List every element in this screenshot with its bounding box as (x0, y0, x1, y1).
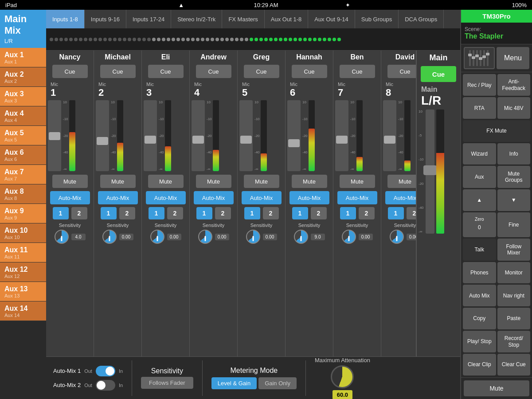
tab-inputs-9-16[interactable]: Inputs 9-16 (85, 10, 126, 28)
right-btn-mute-groups[interactable]: Mute Groups (497, 166, 531, 188)
channel-mute-button[interactable]: Mute (148, 175, 184, 188)
channel-mute-button[interactable]: Mute (340, 175, 375, 188)
sidebar-item-aux4[interactable]: Aux 4Aux 4 (0, 106, 46, 126)
gain-only-button[interactable]: Gain Only (258, 377, 297, 389)
sidebar-item-aux10[interactable]: Aux 10Aux 10 (0, 223, 46, 243)
right-btn-paste[interactable]: Paste (497, 308, 531, 329)
right-btn-record--stop[interactable]: Record/ Stop (497, 331, 531, 352)
channel-bus1-button[interactable]: 1 (149, 207, 164, 219)
right-btn-nav-right[interactable]: Nav right (497, 285, 531, 306)
channel-bus1-button[interactable]: 1 (292, 207, 308, 219)
mixer-icon-button[interactable] (464, 47, 495, 69)
channel-automix-button[interactable]: Auto-Mix (242, 191, 282, 204)
channel-mute-button[interactable]: Mute (387, 175, 416, 188)
sidebar-item-aux7[interactable]: Aux 7Aux 7 (0, 165, 46, 184)
channel-fader-track[interactable] (335, 100, 348, 171)
tab-inputs-1-8[interactable]: Inputs 1-8 (46, 10, 85, 28)
channel-fader-handle[interactable] (145, 136, 156, 144)
follows-fader-button[interactable]: Follows Fader (141, 377, 193, 389)
right-btn-info[interactable]: Info (497, 143, 531, 165)
tab-fx-masters[interactable]: FX Masters (222, 10, 264, 28)
automix1-toggle[interactable] (96, 366, 115, 376)
channel-bus2-button[interactable]: 2 (215, 207, 231, 219)
tab-inputs-17-24[interactable]: Inputs 17-24 (126, 10, 171, 28)
channel-bus1-button[interactable]: 1 (53, 207, 69, 219)
tab-sub-groups[interactable]: Sub Groups (355, 10, 399, 28)
channel-cue-button[interactable]: Cue (340, 65, 375, 78)
main-mix-button[interactable]: Main Mix L/R (0, 10, 46, 48)
channel-cue-button[interactable]: Cue (387, 65, 416, 78)
channel-bus1-button[interactable]: 1 (388, 207, 404, 219)
channel-cue-button[interactable]: Cue (244, 65, 279, 78)
channel-automix-button[interactable]: Auto-Mix (98, 191, 138, 204)
channel-fader-handle[interactable] (97, 137, 108, 145)
channel-bus1-button[interactable]: 1 (244, 207, 260, 219)
right-btn-clear-cue[interactable]: Clear Cue (497, 354, 531, 376)
channel-bus2-button[interactable]: 2 (71, 207, 87, 219)
channel-automix-button[interactable]: Auto-Mix (289, 191, 329, 204)
channel-fader-track[interactable] (96, 100, 109, 171)
level-gain-button[interactable]: Level & Gain (211, 377, 257, 389)
tab-aux-out-1-8[interactable]: Aux Out 1-8 (265, 10, 308, 28)
sidebar-item-aux2[interactable]: Aux 2Aux 2 (0, 67, 46, 87)
right-btn-fx-mute[interactable]: FX Mute (463, 120, 530, 142)
tm30-header[interactable]: TM30Pro (461, 10, 532, 23)
channel-sensitivity-knob[interactable] (294, 230, 308, 244)
channel-bus1-button[interactable]: 1 (340, 207, 356, 219)
right-btn-follow-mixer[interactable]: Follow Mixer (497, 239, 531, 260)
menu-button[interactable]: Menu (497, 47, 529, 69)
channel-fader-handle[interactable] (192, 136, 204, 144)
channel-fader-track[interactable] (144, 100, 157, 171)
channel-fader-track[interactable] (192, 100, 205, 171)
channel-bus2-button[interactable]: 2 (311, 207, 327, 219)
sidebar-item-aux9[interactable]: Aux 9Aux 9 (0, 204, 46, 223)
sidebar-item-aux12[interactable]: Aux 12Aux 12 (0, 262, 46, 282)
main-fader-track[interactable] (426, 110, 434, 234)
channel-fader-handle[interactable] (336, 136, 348, 144)
channel-mute-button[interactable]: Mute (100, 175, 136, 188)
channel-sensitivity-knob[interactable] (55, 230, 69, 244)
channel-fader-track[interactable] (287, 100, 301, 171)
max-attenuation-knob[interactable] (331, 365, 354, 388)
channel-sensitivity-knob[interactable] (198, 230, 212, 244)
sidebar-item-aux8[interactable]: Aux 8Aux 8 (0, 184, 46, 204)
right-btn-clear-clip[interactable]: Clear Clip (463, 354, 496, 376)
channel-fader-track[interactable] (239, 100, 253, 171)
right-btn-monitor[interactable]: Monitor (497, 262, 531, 284)
sidebar-item-aux6[interactable]: Aux 6Aux 6 (0, 145, 46, 165)
channel-automix-button[interactable]: Auto-Mix (146, 191, 186, 204)
right-btn-copy[interactable]: Copy (463, 308, 496, 329)
automix2-toggle[interactable] (96, 380, 115, 391)
channel-automix-button[interactable]: Auto-Mix (337, 191, 377, 204)
tab-aux-out-9-14[interactable]: Aux Out 9-14 (308, 10, 355, 28)
channel-sensitivity-knob[interactable] (390, 230, 404, 244)
channel-mute-button[interactable]: Mute (244, 175, 279, 188)
main-cue-button[interactable]: Cue (421, 66, 456, 82)
sidebar-item-aux13[interactable]: Aux 13Aux 13 (0, 282, 46, 301)
channel-cue-button[interactable]: Cue (196, 65, 231, 78)
channel-fader-handle[interactable] (384, 136, 395, 144)
scene-name[interactable]: The Stapler (465, 32, 528, 40)
channel-bus2-button[interactable]: 2 (119, 207, 135, 219)
channel-bus1-button[interactable]: 1 (196, 207, 212, 219)
tab-stereo-in-2-trk[interactable]: Stereo In/2-Trk (171, 10, 222, 28)
main-fader-handle[interactable] (423, 165, 437, 175)
right-btn-talk[interactable]: Talk (463, 239, 496, 260)
right-btn-anti-feedback[interactable]: Anti-Feedback (497, 74, 531, 96)
channel-bus1-button[interactable]: 1 (101, 207, 117, 219)
sidebar-item-aux11[interactable]: Aux 11Aux 11 (0, 243, 46, 262)
right-btn-▼[interactable]: ▼ (497, 189, 531, 211)
channel-cue-button[interactable]: Cue (148, 65, 184, 78)
channel-sensitivity-knob[interactable] (150, 230, 164, 244)
channel-automix-button[interactable]: Auto-Mix (194, 191, 234, 204)
sidebar-item-aux14[interactable]: Aux 14Aux 14 (0, 301, 46, 321)
channel-automix-button[interactable]: Auto-Mix (50, 191, 90, 204)
channel-automix-button[interactable]: Auto-Mix (385, 191, 416, 204)
channel-sensitivity-knob[interactable] (246, 230, 260, 244)
channel-mute-button[interactable]: Mute (196, 175, 231, 188)
right-btn-rta[interactable]: RTA (463, 97, 496, 119)
channel-fader-handle[interactable] (49, 132, 60, 140)
right-btn-fine[interactable]: Fine (497, 212, 531, 238)
channel-cue-button[interactable]: Cue (292, 65, 327, 78)
channel-bus2-button[interactable]: 2 (407, 207, 416, 219)
